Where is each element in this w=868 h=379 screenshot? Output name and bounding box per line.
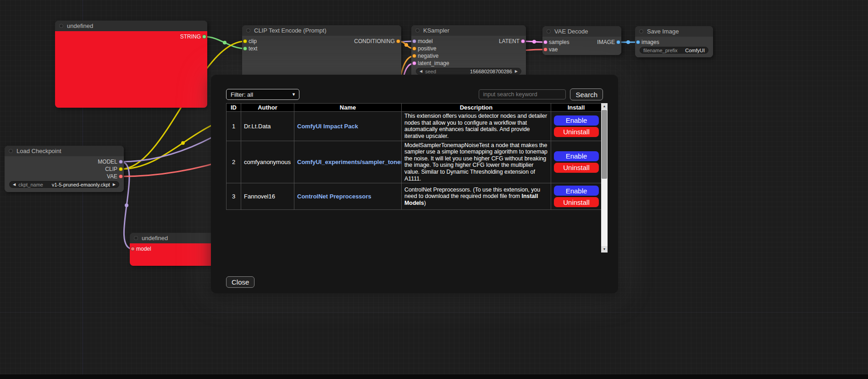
filter-select[interactable]: Filter: all — [226, 89, 299, 100]
output-slot-conditioning[interactable] — [396, 39, 400, 44]
node-title: undefined — [142, 235, 168, 242]
node-title-bar[interactable]: undefined — [130, 233, 221, 243]
node-vae-decode[interactable]: VAE Decode samples IMAGE vae — [542, 26, 621, 55]
node-title-bar[interactable]: Load Checkpoint — [5, 146, 124, 156]
seed-widget[interactable]: ◀ seed 156680208700286 ▶ — [416, 68, 521, 75]
node-title-bar[interactable]: CLIP Text Encode (Prompt) — [242, 25, 401, 36]
cell-author: Fannovel16 — [241, 183, 294, 210]
widget-value: ComfyUI — [685, 48, 705, 53]
output-slot-vae[interactable] — [119, 175, 123, 179]
widget-label: ckpt_name — [18, 182, 43, 187]
slot-label: negative — [418, 53, 438, 59]
node-title-bar[interactable]: Save Image — [635, 26, 713, 37]
header-id: ID — [227, 104, 241, 112]
slot-label: latent_image — [418, 60, 449, 66]
enable-button[interactable]: Enable — [554, 151, 599, 161]
collapse-dot-icon[interactable] — [639, 29, 643, 33]
cell-id: 2 — [227, 141, 241, 183]
input-slot-positive[interactable] — [412, 47, 416, 51]
node-title: CLIP Text Encode (Prompt) — [254, 27, 326, 34]
increment-icon[interactable]: ▶ — [113, 183, 116, 187]
input-slot-model[interactable] — [131, 247, 135, 251]
slot-label: CLIP — [105, 166, 117, 172]
collapse-dot-icon[interactable] — [547, 29, 551, 33]
collapse-dot-icon[interactable] — [9, 149, 13, 153]
widget-value: 156680208700286 — [470, 69, 512, 74]
description-text: ModelSamplerTonemapNoiseTest a node that… — [404, 142, 547, 182]
header-name: Name — [294, 104, 402, 112]
collapse-dot-icon[interactable] — [415, 28, 420, 33]
table-row: 1Dr.Lt.DataComfyUI Impact PackThis exten… — [227, 112, 602, 141]
search-input[interactable] — [479, 89, 566, 99]
extension-link[interactable]: ComfyUI Impact Pack — [297, 123, 358, 130]
description-text: ControlNet Preprocessors. (To use this e… — [404, 187, 540, 200]
output-slot-model[interactable] — [119, 160, 123, 164]
window-bottom-edge — [0, 374, 868, 379]
node-title: KSampler — [423, 27, 449, 34]
node-undefined-bottom[interactable]: undefined model — [130, 233, 221, 266]
ckpt-name-widget[interactable]: ◀ ckpt_name v1-5-pruned-emaonly.ckpt ▶ — [9, 181, 119, 188]
slot-label: IMAGE — [597, 39, 615, 45]
output-slot-image[interactable] — [616, 40, 620, 44]
output-slot-string[interactable] — [202, 35, 206, 39]
cell-id: 3 — [227, 183, 241, 210]
uninstall-button[interactable]: Uninstall — [554, 163, 599, 173]
scroll-up-icon[interactable]: ▲ — [601, 103, 608, 110]
scrollbar-thumb[interactable] — [602, 110, 607, 179]
node-title: Load Checkpoint — [17, 148, 61, 154]
node-load-checkpoint[interactable]: Load Checkpoint MODEL CLIP VAE ◀ ckpt_na… — [5, 146, 124, 192]
cell-name: ComfyUI_experiments/sampler_tonemap — [294, 141, 402, 183]
extension-link[interactable]: ComfyUI_experiments/sampler_tonemap — [297, 159, 402, 165]
collapse-dot-icon[interactable] — [246, 28, 250, 33]
input-slot-images[interactable] — [636, 40, 640, 44]
table-header-row: ID Author Name Description Install — [227, 104, 602, 112]
uninstall-button[interactable]: Uninstall — [554, 127, 599, 137]
input-slot-latent-image[interactable] — [412, 61, 416, 66]
node-save-image[interactable]: Save Image images filename_prefix ComfyU… — [635, 26, 713, 57]
enable-button[interactable]: Enable — [554, 186, 599, 196]
collapse-dot-icon[interactable] — [59, 24, 63, 28]
slot-label: positive — [418, 45, 437, 52]
scroll-down-icon[interactable]: ▼ — [601, 246, 608, 253]
slot-label: VAE — [107, 173, 117, 180]
node-title-bar[interactable]: KSampler — [411, 25, 526, 36]
slot-label: CONDITIONING — [354, 38, 395, 44]
header-author: Author — [241, 104, 294, 112]
node-title: VAE Decode — [554, 28, 588, 35]
node-title-bar[interactable]: undefined — [55, 21, 207, 31]
input-slot-vae[interactable] — [543, 48, 547, 52]
input-slot-negative[interactable] — [412, 54, 416, 58]
cell-author: comfyanonymous — [241, 141, 294, 183]
enable-button[interactable]: Enable — [554, 115, 599, 126]
header-install: Install — [551, 104, 602, 112]
header-description: Description — [402, 104, 551, 112]
decrement-icon[interactable]: ◀ — [420, 70, 422, 73]
output-slot-clip[interactable] — [119, 167, 123, 171]
input-slot-text[interactable] — [243, 47, 247, 51]
custom-nodes-dialog: Filter: all ▼ Search ID Author Name — [211, 75, 618, 293]
slot-label: text — [249, 45, 257, 52]
output-slot-latent[interactable] — [521, 39, 525, 44]
widget-label: filename_prefix — [643, 48, 678, 53]
extension-link[interactable]: ControlNet Preprocessors — [297, 193, 371, 200]
collapse-dot-icon[interactable] — [134, 236, 138, 240]
node-undefined-top[interactable]: undefined STRING — [55, 21, 207, 108]
table-scrollbar[interactable]: ▲ ▼ — [601, 103, 608, 253]
slot-label: images — [641, 39, 659, 45]
widget-label: seed — [425, 69, 436, 74]
node-title-bar[interactable]: VAE Decode — [542, 26, 621, 37]
increment-icon[interactable]: ▶ — [515, 70, 518, 73]
widget-value: v1-5-pruned-emaonly.ckpt — [52, 182, 110, 187]
search-button[interactable]: Search — [570, 88, 603, 100]
decrement-icon[interactable]: ◀ — [13, 183, 16, 187]
table-row: 3Fannovel16ControlNet PreprocessorsContr… — [227, 183, 602, 210]
uninstall-button[interactable]: Uninstall — [554, 197, 599, 207]
cell-id: 1 — [227, 112, 241, 141]
slot-label: STRING — [180, 33, 201, 40]
cell-install: EnableUninstall — [551, 112, 602, 141]
close-button[interactable]: Close — [226, 276, 254, 288]
filename-prefix-widget[interactable]: filename_prefix ComfyUI — [640, 47, 708, 54]
node-title: undefined — [67, 22, 93, 29]
slot-label: model — [136, 246, 151, 252]
table-row: 2comfyanonymousComfyUI_experiments/sampl… — [227, 141, 602, 183]
